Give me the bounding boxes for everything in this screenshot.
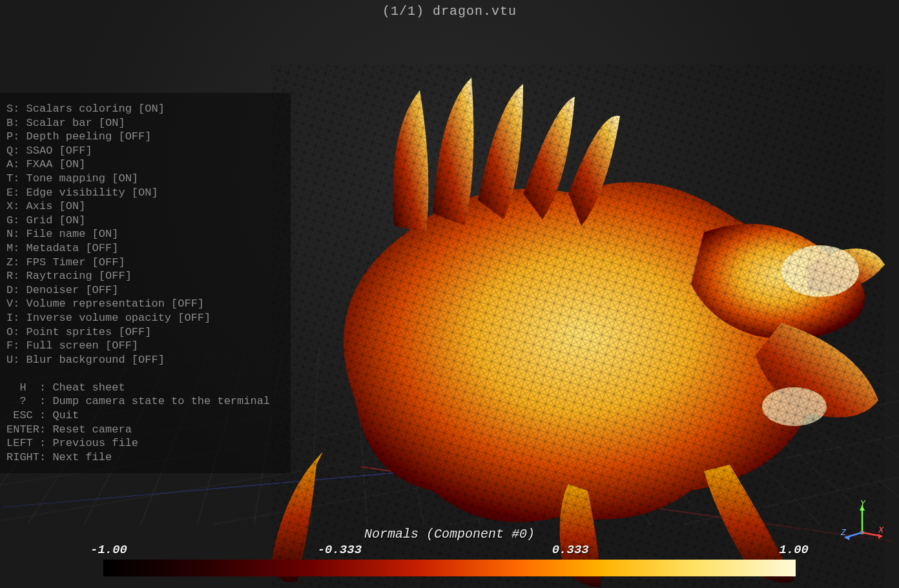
scalar-bar-tick: 1.00	[779, 543, 809, 557]
file-name-label: (1/1) dragon.vtu	[382, 4, 517, 19]
scalar-bar-tick: -0.333	[318, 543, 362, 557]
scalar-bar-tick: -1.00	[90, 543, 127, 557]
axis-label-z: Z	[841, 528, 846, 538]
viewport-3d[interactable]: (1/1) dragon.vtu S: Scalars coloring [ON…	[0, 0, 899, 588]
axis-label-x: X	[878, 525, 884, 535]
axis-label-y: Y	[860, 499, 865, 509]
scalar-bar-title: Normals (Component #0)	[364, 527, 535, 542]
svg-point-0	[781, 245, 859, 297]
scalar-bar-ticks: -1.00 -0.333 0.333 1.00	[90, 543, 809, 557]
axis-orientation-widget[interactable]: X Y Z	[840, 502, 885, 547]
cheat-sheet-panel: S: Scalars coloring [ON] B: Scalar bar […	[0, 93, 291, 473]
svg-point-8	[860, 531, 864, 534]
scalar-bar-gradient	[103, 560, 796, 576]
scalar-bar-tick: 0.333	[552, 543, 589, 557]
